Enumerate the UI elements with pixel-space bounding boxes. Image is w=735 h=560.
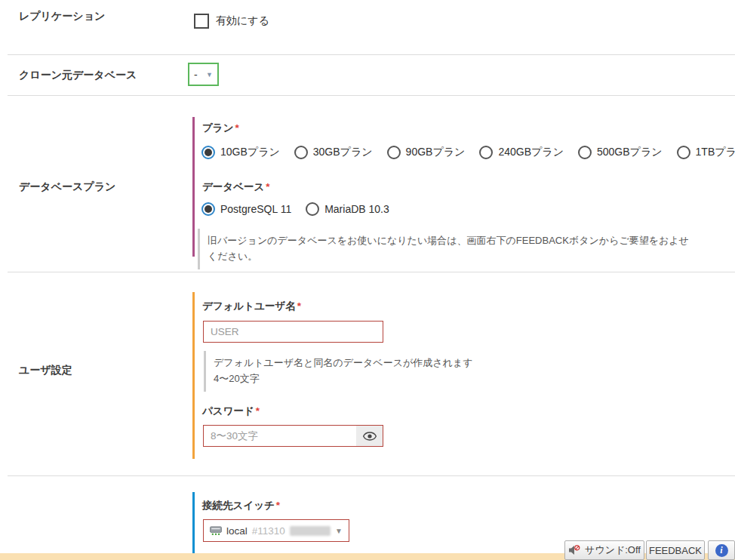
password-field (203, 425, 383, 447)
switch-value-id: #11310 (252, 525, 285, 537)
speaker-muted-icon (568, 545, 580, 555)
required-mark: * (256, 405, 260, 417)
replication-checkbox-label: 有効にする (216, 14, 269, 28)
switch-icon (210, 526, 222, 536)
database-radio-label: MariaDB 10.3 (324, 203, 389, 215)
chevron-down-icon: ▼ (206, 71, 213, 78)
database-radio-mariadb[interactable]: MariaDB 10.3 (306, 202, 389, 216)
username-note-line1: デフォルトユーザ名と同名のデータベースが作成されます (214, 355, 521, 371)
plan-radio-group: 10GBプラン 30GBプラン 90GBプラン 240GBプラン 500GBプラ… (201, 146, 735, 159)
sound-toggle-button[interactable]: サウンド:Off (564, 540, 644, 560)
plan-radio-label: 500GBプラン (597, 146, 663, 159)
sound-toggle-label: サウンド:Off (585, 543, 641, 557)
old-version-note: 旧バージョンのデータベースをお使いになりたい場合は、画面右下のFEEDBACKボ… (198, 229, 696, 269)
db-plan-section-label: データベースプラン (19, 180, 115, 194)
username-note-line2: 4〜20文字 (214, 371, 521, 387)
plan-field-label-text: プラン (202, 122, 233, 134)
required-mark: * (276, 500, 280, 511)
eye-icon (363, 432, 377, 441)
plan-field-label: プラン* (202, 122, 239, 135)
plan-radio-90gb[interactable]: 90GBプラン (387, 146, 466, 159)
password-input[interactable] (204, 426, 356, 446)
radio-icon (578, 146, 592, 159)
password-visibility-button[interactable] (356, 426, 383, 446)
plan-radio-label: 10GBプラン (220, 146, 280, 159)
info-icon: i (715, 544, 728, 557)
user-section-accent-bar (192, 292, 195, 459)
required-mark: * (297, 300, 301, 312)
plan-section-accent-bar (192, 117, 195, 257)
replication-label: レプリケーション (19, 10, 105, 23)
database-radio-group: PostgreSQL 11 MariaDB 10.3 (201, 202, 389, 216)
divider (8, 475, 735, 476)
database-field-label: データベース* (202, 180, 270, 194)
radio-icon (294, 146, 308, 159)
plan-radio-label: 30GBプラン (313, 146, 373, 159)
switch-select[interactable]: local #11310 ▼ (203, 519, 349, 542)
clone-source-value: - (194, 69, 198, 81)
password-field-label: パスワード* (202, 405, 260, 418)
info-button[interactable]: i (708, 540, 735, 560)
required-mark: * (266, 181, 269, 192)
switch-field-label-text: 接続先スイッチ (202, 500, 275, 511)
radio-icon (677, 146, 690, 159)
chevron-down-icon: ▼ (335, 527, 343, 535)
replication-enable-option[interactable]: 有効にする (194, 14, 269, 29)
divider (8, 272, 735, 272)
database-create-form: レプリケーション 有効にする クローン元データベース - ▼ データベースプラン… (0, 0, 735, 560)
plan-radio-label: 90GBプラン (406, 146, 466, 159)
divider (8, 95, 735, 96)
radio-selected-icon (201, 202, 215, 216)
radio-selected-icon (201, 146, 215, 159)
radio-icon (479, 146, 493, 159)
replication-checkbox[interactable] (194, 14, 209, 29)
plan-radio-30gb[interactable]: 30GBプラン (294, 146, 373, 159)
feedback-button[interactable]: FEEDBACK (646, 540, 705, 560)
username-input[interactable] (203, 321, 383, 343)
username-note: デフォルトユーザ名と同名のデータベースが作成されます 4〜20文字 (204, 351, 521, 392)
clone-source-select[interactable]: - ▼ (188, 63, 219, 86)
plan-radio-240gb[interactable]: 240GBプラン (479, 146, 564, 159)
clone-source-label: クローン元データベース (19, 69, 137, 82)
divider (8, 54, 735, 55)
user-settings-section-label: ユーザ設定 (19, 364, 72, 377)
plan-radio-10gb[interactable]: 10GBプラン (201, 146, 280, 159)
feedback-button-label: FEEDBACK (649, 545, 702, 556)
radio-icon (387, 146, 401, 159)
username-field-label-text: デフォルトユーザ名 (202, 300, 296, 312)
redacted-switch-id (290, 526, 331, 536)
database-field-label-text: データベース (202, 181, 264, 192)
password-field-label-text: パスワード (202, 405, 254, 417)
plan-radio-1tb[interactable]: 1TBプラン (677, 146, 735, 159)
username-field-label: デフォルトユーザ名* (202, 300, 301, 313)
switch-value-name: local (226, 525, 248, 537)
switch-field-label: 接続先スイッチ* (202, 499, 280, 512)
switch-section-accent-bar (192, 492, 195, 553)
plan-radio-label: 1TBプラン (696, 146, 735, 159)
radio-icon (306, 202, 319, 216)
plan-radio-label: 240GBプラン (498, 146, 564, 159)
plan-radio-500gb[interactable]: 500GBプラン (578, 146, 663, 159)
database-radio-postgresql[interactable]: PostgreSQL 11 (201, 202, 291, 216)
required-mark: * (235, 122, 238, 134)
database-radio-label: PostgreSQL 11 (220, 203, 291, 215)
